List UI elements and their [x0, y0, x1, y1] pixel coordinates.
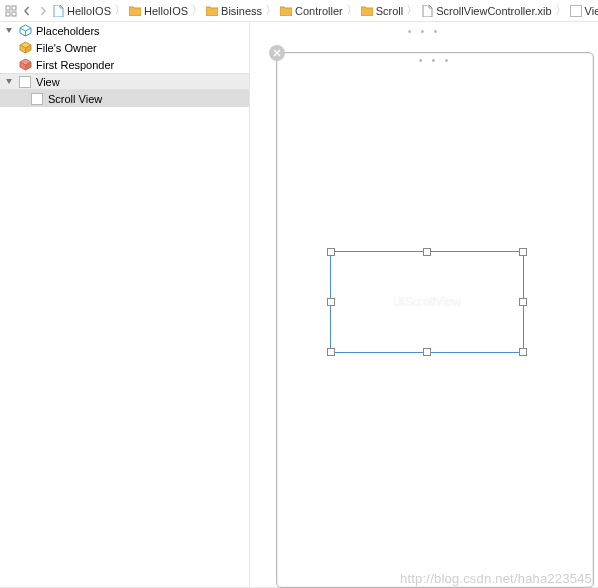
outline-placeholders-header[interactable]: Placeholders	[0, 22, 249, 39]
resize-handle-n[interactable]	[423, 248, 431, 256]
nav-forward-button[interactable]	[36, 4, 50, 18]
folder-icon	[361, 5, 373, 17]
outline-label: Scroll View	[48, 93, 102, 105]
file-icon	[421, 5, 433, 17]
svg-rect-2	[6, 12, 10, 16]
view-icon	[18, 75, 32, 89]
chevron-right-icon: 〉	[264, 2, 278, 19]
uiscrollview-element[interactable]: UIScrollView	[330, 251, 524, 353]
breadcrumb-item[interactable]: Scroll	[361, 5, 404, 17]
canvas[interactable]: • • • ⋮ • • • UIScrollView	[250, 22, 598, 587]
chevron-right-icon: 〉	[113, 2, 127, 19]
svg-rect-3	[12, 12, 16, 16]
resize-handle-se[interactable]	[519, 348, 527, 356]
chevron-right-icon: 〉	[405, 2, 419, 19]
disclosure-triangle-icon[interactable]	[4, 27, 14, 35]
breadcrumb-item[interactable]: HelloIOS	[129, 5, 188, 17]
breadcrumb-item[interactable]: View	[570, 5, 598, 17]
outline-label: File's Owner	[36, 42, 97, 54]
view-icon	[570, 5, 582, 17]
nav-back-button[interactable]	[20, 4, 34, 18]
breadcrumb-label: Controller	[295, 5, 343, 17]
outline-label: Placeholders	[36, 25, 100, 37]
first-responder-icon	[18, 58, 32, 72]
outline-first-responder[interactable]: First Responder	[0, 56, 249, 73]
breadcrumb-label: HelloIOS	[67, 5, 111, 17]
outline-view-header[interactable]: View	[0, 73, 249, 90]
resize-handle-e[interactable]	[519, 298, 527, 306]
canvas-body[interactable]: • • • UIScrollView	[250, 40, 598, 587]
document-outline[interactable]: Placeholders File's Owner First Responde…	[0, 22, 250, 587]
outline-label: First Responder	[36, 59, 114, 71]
resize-handle-s[interactable]	[423, 348, 431, 356]
resize-handle-ne[interactable]	[519, 248, 527, 256]
disclosure-triangle-icon[interactable]	[4, 78, 14, 86]
breadcrumb-label: Scroll	[376, 5, 404, 17]
breadcrumb-label: ScrollViewController.xib	[436, 5, 551, 17]
folder-icon	[206, 5, 218, 17]
canvas-drag-dots: • • •	[250, 22, 598, 40]
breadcrumb-item[interactable]: ScrollViewController.xib	[421, 5, 551, 17]
folder-icon	[129, 5, 141, 17]
chevron-right-icon: 〉	[345, 2, 359, 19]
file-icon	[52, 5, 64, 17]
view-icon	[30, 92, 44, 106]
svg-rect-1	[12, 6, 16, 10]
breadcrumb-label: Bisiness	[221, 5, 262, 17]
outline-label: View	[36, 76, 60, 88]
svg-rect-0	[6, 6, 10, 10]
close-scene-button[interactable]	[269, 45, 285, 61]
files-owner-icon	[18, 41, 32, 55]
resize-handle-nw[interactable]	[327, 248, 335, 256]
main-split: Placeholders File's Owner First Responde…	[0, 22, 598, 588]
breadcrumb-label: View	[585, 5, 598, 17]
uiscrollview-label: UIScrollView	[393, 295, 461, 309]
breadcrumb-item[interactable]: Controller	[280, 5, 343, 17]
breadcrumb-item[interactable]: Bisiness	[206, 5, 262, 17]
chevron-right-icon: 〉	[190, 2, 204, 19]
breadcrumb-item[interactable]: HelloIOS	[52, 5, 111, 17]
device-frame[interactable]: • • • UIScrollView	[276, 52, 594, 588]
folder-icon	[280, 5, 292, 17]
outline-scroll-view[interactable]: Scroll View	[0, 90, 249, 107]
watermark-text: http://blog.csdn.net/haha223545	[400, 571, 592, 586]
device-drag-dots[interactable]: • • •	[277, 53, 593, 67]
outline-files-owner[interactable]: File's Owner	[0, 39, 249, 56]
resize-handle-sw[interactable]	[327, 348, 335, 356]
breadcrumb: HelloIOS 〉 HelloIOS 〉 Bisiness 〉 Control…	[0, 0, 598, 22]
breadcrumb-label: HelloIOS	[144, 5, 188, 17]
chevron-right-icon: 〉	[554, 2, 568, 19]
related-items-icon[interactable]	[4, 4, 18, 18]
resize-handle-w[interactable]	[327, 298, 335, 306]
placeholders-icon	[18, 24, 32, 38]
